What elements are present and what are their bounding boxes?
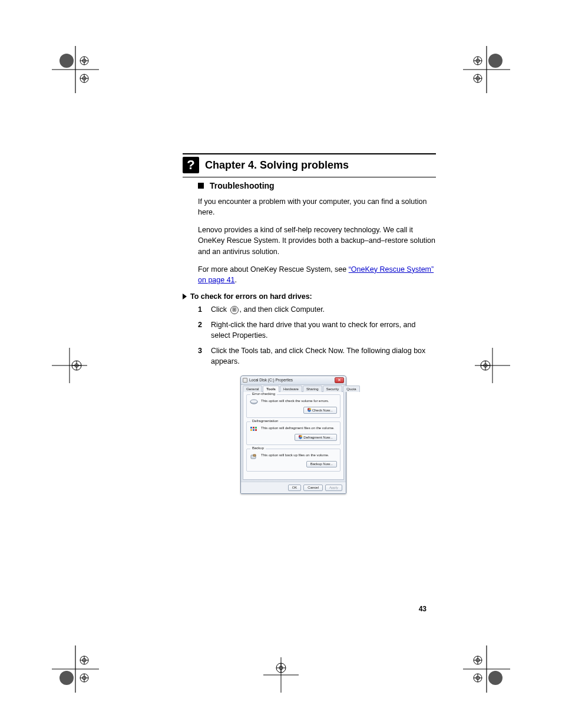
defragment-now-button[interactable]: Defragment Now...	[295, 434, 337, 441]
svg-rect-66	[255, 427, 257, 429]
svg-point-31	[484, 364, 487, 367]
print-registration-mark	[475, 348, 510, 383]
text: For more about OneKey Rescue System, see	[198, 265, 349, 274]
windows-start-icon: ⊞	[230, 306, 239, 314]
step-text: Click the Tools tab, and click Check Now…	[211, 345, 436, 367]
svg-point-58	[276, 663, 286, 673]
svg-rect-65	[253, 427, 254, 429]
tab-tools[interactable]: Tools	[263, 386, 279, 392]
steps-list: 1 Click ⊞, and then click Computer. 2 Ri…	[198, 304, 436, 367]
print-registration-mark	[52, 46, 99, 93]
paragraph: For more about OneKey Rescue System, see…	[198, 264, 436, 285]
svg-point-37	[80, 656, 88, 664]
svg-point-19	[476, 77, 480, 80]
ok-button[interactable]: OK	[288, 485, 302, 491]
group-text: This option will defragment files on the…	[261, 426, 337, 430]
step-item: 3 Click the Tools tab, and click Check N…	[198, 345, 436, 367]
svg-point-14	[474, 57, 482, 65]
triangle-bullet-icon	[183, 294, 187, 299]
apply-button[interactable]: Apply	[325, 485, 342, 491]
tab-general[interactable]: General	[243, 386, 262, 392]
dialog-footer: OK Cancel Apply	[241, 482, 346, 493]
svg-point-48	[474, 656, 482, 664]
print-registration-mark	[463, 46, 510, 93]
svg-point-3	[80, 57, 88, 65]
svg-rect-69	[255, 429, 257, 431]
svg-rect-68	[253, 429, 254, 431]
button-label: Check Now...	[312, 409, 333, 412]
dialog-panel: Error-checking This option will check th…	[243, 391, 344, 480]
section-heading: Troubleshooting	[210, 181, 275, 190]
backup-now-button[interactable]: Backup Now...	[306, 461, 337, 467]
backup-icon	[250, 453, 258, 459]
svg-point-2	[59, 54, 74, 68]
svg-rect-64	[250, 427, 252, 429]
cancel-button[interactable]: Cancel	[303, 485, 323, 491]
chapter-heading: Chapter 4. Solving problems	[205, 159, 349, 172]
tab-hardware[interactable]: Hardware	[280, 386, 302, 392]
svg-point-18	[474, 74, 482, 83]
disk-check-icon	[250, 399, 258, 405]
text: .	[235, 276, 237, 284]
button-label: Backup Now...	[310, 462, 333, 466]
paragraph: Lenovo provides a kind of self-help reco…	[198, 225, 436, 256]
svg-point-63	[250, 400, 257, 403]
svg-point-8	[82, 77, 86, 80]
svg-point-30	[481, 361, 490, 370]
dialog-title: Local Disk (C:) Properties	[249, 378, 293, 382]
group-error-checking: Error-checking This option will check th…	[246, 394, 340, 418]
svg-point-36	[59, 671, 74, 685]
steps-lead-text: To check for errors on hard drives:	[190, 292, 312, 301]
dialog-figure: Local Disk (C:) Properties ✕ General Too…	[240, 375, 346, 494]
tab-sharing[interactable]: Sharing	[303, 386, 322, 392]
group-backup: Backup This option will back up files on…	[246, 449, 340, 472]
svg-point-52	[474, 674, 482, 682]
steps-lead: To check for errors on hard drives:	[183, 292, 436, 301]
svg-point-4	[82, 59, 86, 62]
dialog-titlebar: Local Disk (C:) Properties ✕	[241, 376, 346, 385]
square-bullet-icon	[198, 183, 204, 189]
divider	[183, 177, 436, 177]
page-number: 43	[419, 605, 427, 613]
svg-point-7	[80, 74, 88, 83]
drive-icon	[243, 378, 247, 383]
svg-point-49	[476, 658, 480, 662]
step-number: 1	[198, 304, 206, 315]
check-now-button[interactable]: Check Now...	[303, 407, 337, 414]
svg-point-59	[279, 666, 283, 670]
close-button[interactable]: ✕	[335, 377, 344, 383]
svg-rect-67	[250, 429, 252, 431]
step-text: Click ⊞, and then click Computer.	[211, 304, 325, 315]
print-registration-mark	[52, 348, 87, 383]
group-text: This option will check the volume for er…	[261, 399, 337, 403]
group-text: This option will back up files on the vo…	[261, 453, 337, 457]
help-icon: ?	[183, 157, 199, 173]
shield-icon	[299, 435, 302, 439]
button-label: Defragment Now...	[303, 436, 333, 439]
svg-point-15	[476, 59, 480, 62]
print-registration-mark	[52, 645, 99, 693]
divider	[183, 153, 436, 154]
svg-point-42	[82, 676, 86, 680]
print-registration-mark	[263, 657, 299, 693]
svg-point-13	[488, 54, 503, 68]
group-defragmentation: Defragmentation This option will defragm…	[246, 421, 340, 445]
tab-quota[interactable]: Quota	[343, 386, 359, 392]
print-registration-mark	[463, 645, 510, 693]
svg-point-38	[82, 658, 86, 662]
svg-point-53	[476, 676, 480, 680]
dialog-tabs: General Tools Hardware Sharing Security …	[241, 385, 346, 391]
svg-point-47	[488, 671, 503, 685]
svg-point-41	[80, 674, 88, 682]
paragraph: If you encounter a problem with your com…	[198, 196, 436, 218]
defrag-icon	[250, 426, 258, 432]
group-title: Error-checking	[250, 392, 277, 396]
page-content: ? Chapter 4. Solving problems Troublesho…	[183, 152, 436, 494]
group-title: Backup	[250, 446, 266, 450]
step-text: Right-click the hard drive that you want…	[211, 319, 436, 341]
step-number: 3	[198, 345, 206, 367]
tab-security[interactable]: Security	[323, 386, 343, 392]
properties-dialog: Local Disk (C:) Properties ✕ General Too…	[240, 375, 346, 494]
step-item: 2 Right-click the hard drive that you wa…	[198, 319, 436, 341]
step-number: 2	[198, 319, 206, 341]
